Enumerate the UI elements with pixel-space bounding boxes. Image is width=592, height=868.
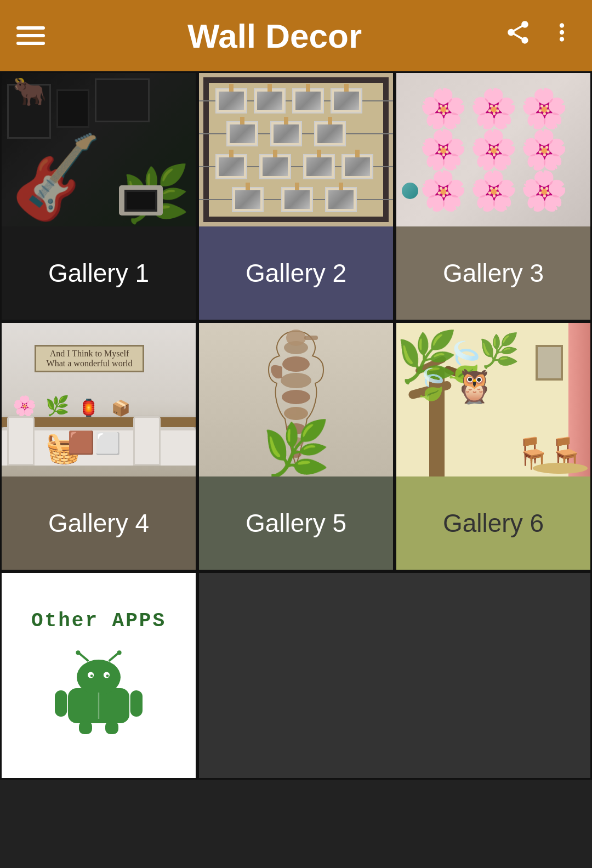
svg-rect-22: [79, 721, 92, 734]
gallery-label-2: Gallery 2: [199, 226, 393, 320]
empty-cell: [197, 571, 592, 780]
gallery-grid: 🐂 🎸 🌿 Gallery 1: [0, 71, 592, 780]
gallery-image-1: 🐂 🎸 🌿: [2, 73, 196, 226]
share-icon[interactable]: [504, 19, 532, 53]
gallery-cell-3[interactable]: 🌸 🌸 🌸 🌸 🌸 🌸 🌸 🌸 🌸 Gallery 3: [395, 71, 592, 321]
svg-point-11: [77, 660, 121, 695]
svg-point-1: [282, 356, 310, 372]
other-apps-cell[interactable]: Other APPS: [0, 571, 197, 780]
gallery-label-3: Gallery 3: [396, 226, 590, 320]
svg-point-19: [117, 650, 122, 655]
gallery-image-5: 🌿: [199, 323, 393, 476]
gallery-label-1: Gallery 1: [2, 226, 196, 320]
svg-point-17: [76, 650, 80, 655]
gallery-label-5: Gallery 5: [199, 476, 393, 570]
svg-point-14: [90, 674, 93, 677]
svg-line-16: [79, 653, 88, 661]
gallery-image-6: 🌿 🍃 🌿 🍃 🦉 🪑 🪑: [396, 323, 590, 476]
android-robot-icon: [49, 643, 148, 742]
gallery-label-6: Gallery 6: [396, 476, 590, 570]
gallery-cell-6[interactable]: 🌿 🍃 🌿 🍃 🦉 🪑 🪑 Gallery 6: [395, 321, 592, 571]
gallery-cell-2[interactable]: Gallery 2: [197, 71, 395, 321]
other-apps-title: Other APPS: [31, 610, 166, 632]
menu-icon[interactable]: [16, 26, 45, 45]
svg-point-3: [282, 390, 310, 404]
svg-rect-23: [105, 721, 118, 734]
svg-rect-9: [304, 336, 318, 340]
gallery-image-4: 🌸 🌿 🏮 📦 And I Think to MyselfWhat a wond…: [2, 323, 196, 476]
svg-rect-21: [130, 690, 143, 717]
svg-rect-20: [55, 690, 67, 717]
svg-point-8: [286, 330, 306, 346]
gallery-label-4: Gallery 4: [2, 476, 196, 570]
gallery-image-2: [199, 73, 393, 226]
svg-line-18: [110, 653, 118, 661]
svg-point-15: [106, 674, 109, 677]
gallery-cell-1[interactable]: 🐂 🎸 🌿 Gallery 1: [0, 71, 197, 321]
gallery-image-3: 🌸 🌸 🌸 🌸 🌸 🌸 🌸 🌸 🌸: [396, 73, 590, 226]
page-title: Wall Decor: [45, 16, 504, 55]
more-options-icon[interactable]: [548, 19, 576, 53]
header-actions: [504, 19, 576, 53]
svg-point-2: [281, 373, 311, 388]
app-header: Wall Decor: [0, 0, 592, 71]
gallery-cell-5[interactable]: 🌿 Gallery 5: [197, 321, 395, 571]
gallery-cell-4[interactable]: 🌸 🌿 🏮 📦 And I Think to MyselfWhat a wond…: [0, 321, 197, 571]
